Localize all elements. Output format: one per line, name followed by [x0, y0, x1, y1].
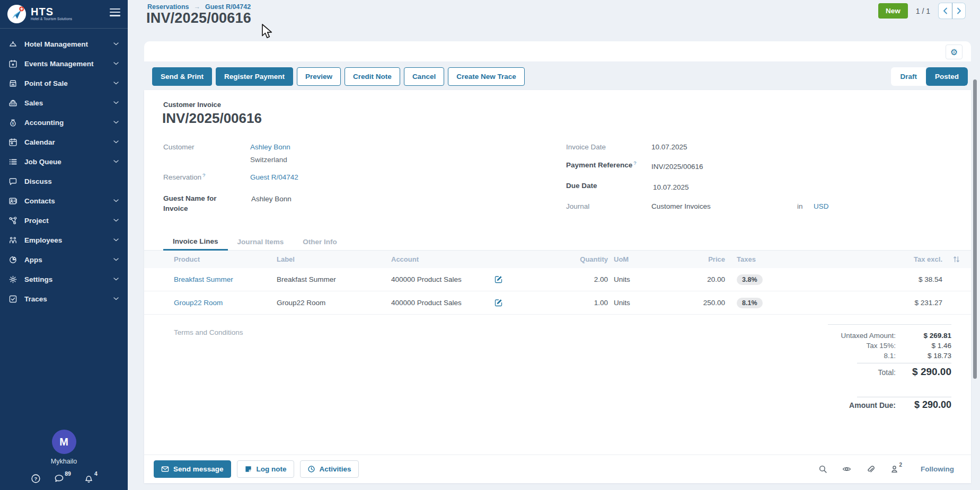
following-toggle[interactable]: Following: [921, 465, 954, 473]
sidebar-item-traces[interactable]: Traces: [0, 289, 128, 309]
chevron-down-icon: [113, 140, 119, 144]
guest-name-value[interactable]: Ashley Bonn: [251, 195, 292, 203]
edit-account-icon[interactable]: [494, 275, 503, 284]
col-quantity[interactable]: Quantity: [515, 255, 608, 263]
due-date-label: Due Date: [566, 182, 597, 190]
payment-reference-value[interactable]: INV/2025/00616: [651, 163, 703, 171]
product-link[interactable]: Breakfast Summer: [174, 275, 277, 283]
messages-icon[interactable]: 89: [54, 474, 70, 484]
chevron-down-icon: [113, 258, 119, 262]
pager-prev-button[interactable]: [938, 3, 952, 19]
price-cell[interactable]: 20.00: [664, 275, 725, 283]
pager-count: 1 / 1: [916, 7, 930, 15]
product-link[interactable]: Group22 Room: [174, 299, 277, 307]
cancel-button[interactable]: Cancel: [404, 67, 444, 86]
sidebar-item-settings[interactable]: Settings: [0, 270, 128, 289]
status-draft[interactable]: Draft: [891, 67, 926, 86]
send-message-button[interactable]: Send message: [154, 460, 231, 478]
chevron-down-icon: [113, 101, 119, 105]
col-tax-excl[interactable]: Tax excl.: [811, 255, 942, 263]
label-cell[interactable]: Breakfast Summer: [277, 275, 391, 283]
followers-icon[interactable]: 2: [890, 465, 902, 474]
status-posted[interactable]: Posted: [926, 67, 968, 86]
edit-account-icon[interactable]: [494, 298, 503, 307]
search-icon[interactable]: [818, 465, 827, 474]
terms-and-conditions-placeholder[interactable]: Terms and Conditions: [174, 328, 243, 336]
col-product[interactable]: Product: [174, 255, 277, 263]
control-strip: ⚙: [144, 41, 971, 61]
user-panel: M Mykhailo ? 89 4: [0, 430, 128, 490]
currency-link[interactable]: USD: [814, 202, 829, 210]
preview-button[interactable]: Preview: [297, 67, 341, 86]
total-row: Total:$ 290.00: [828, 366, 951, 378]
mouse-cursor: [261, 23, 275, 42]
create-new-trace-button[interactable]: Create New Trace: [448, 67, 525, 86]
price-cell[interactable]: 250.00: [664, 299, 725, 307]
sidebar-item-label: Settings: [24, 275, 52, 283]
uom-cell[interactable]: Units: [614, 275, 664, 283]
tab-invoice-lines[interactable]: Invoice Lines: [163, 233, 228, 251]
breadcrumb-reservations-link[interactable]: Reservations: [147, 3, 189, 11]
sidebar-item-contacts[interactable]: Contacts: [0, 191, 128, 211]
notifications-bell-icon[interactable]: 4: [84, 474, 97, 484]
sidebar-item-project[interactable]: Project: [0, 211, 128, 230]
log-note-button[interactable]: Log note: [237, 460, 294, 478]
journal-value[interactable]: Customer Invoices: [651, 202, 711, 210]
col-label[interactable]: Label: [277, 255, 391, 263]
paperclip-icon[interactable]: [866, 465, 875, 474]
optional-columns-icon[interactable]: [952, 255, 960, 263]
pager-next-button[interactable]: [952, 3, 966, 19]
col-taxes[interactable]: Taxes: [737, 255, 811, 263]
new-button[interactable]: New: [878, 3, 908, 19]
sidebar-item-calendar[interactable]: Calendar: [0, 132, 128, 152]
sidebar-item-accounting[interactable]: $ Accounting: [0, 113, 128, 132]
brand-tagline: Hotel & Tourism Solutions: [31, 17, 72, 21]
breadcrumb-guest-link[interactable]: Guest R/04742: [205, 3, 251, 11]
register-payment-button[interactable]: Register Payment: [216, 67, 293, 86]
chevron-left-icon: [943, 7, 948, 14]
activities-button[interactable]: Activities: [300, 460, 359, 478]
col-uom[interactable]: UoM: [614, 255, 664, 263]
customer-value-link[interactable]: Ashley Bonn: [250, 143, 290, 151]
note-icon: [244, 465, 252, 473]
tab-journal-items[interactable]: Journal Items: [228, 233, 294, 251]
invoice-date-value[interactable]: 10.07.2025: [651, 143, 687, 151]
send-print-button[interactable]: Send & Print: [152, 67, 212, 86]
vertical-scrollbar[interactable]: [973, 79, 977, 379]
tab-other-info[interactable]: Other Info: [293, 233, 347, 251]
sidebar-item-discuss[interactable]: Discuss: [0, 172, 128, 191]
eye-icon[interactable]: [842, 465, 851, 474]
sidebar-item-events-management[interactable]: Events Management: [0, 54, 128, 74]
sidebar-item-point-of-sale[interactable]: Point of Sale: [0, 74, 128, 93]
menu-toggle-icon[interactable]: [110, 8, 120, 16]
sidebar-item-sales[interactable]: Sales: [0, 93, 128, 113]
sidebar-item-hotel-management[interactable]: Hotel Management: [0, 34, 128, 54]
help-icon[interactable]: ?: [31, 474, 41, 484]
tax-pill[interactable]: 8.1%: [737, 298, 763, 308]
invoice-date-label: Invoice Date: [566, 143, 606, 151]
avatar[interactable]: M: [52, 430, 76, 454]
credit-note-button[interactable]: Credit Note: [345, 67, 400, 86]
sidebar-item-job-queue[interactable]: Job Queue: [0, 152, 128, 172]
customer-label: Customer: [163, 143, 195, 151]
uom-cell[interactable]: Units: [614, 299, 664, 307]
subtotal-cell: $ 231.27: [811, 299, 942, 307]
sidebar-item-label: Apps: [24, 256, 42, 264]
tax-pill[interactable]: 3.8%: [737, 274, 763, 285]
quantity-cell[interactable]: 2.00: [515, 275, 608, 283]
calendar-icon: [8, 138, 17, 147]
label-cell[interactable]: Group22 Room: [277, 299, 391, 307]
col-price[interactable]: Price: [664, 255, 725, 263]
settings-gear-button[interactable]: ⚙: [946, 44, 963, 59]
brand-text: HTS Hotel & Tourism Solutions: [31, 7, 72, 21]
due-date-value[interactable]: 10.07.2025: [653, 183, 689, 191]
col-account[interactable]: Account: [391, 255, 494, 263]
account-cell[interactable]: 400000 Product Sales: [391, 275, 494, 283]
hts-logo-icon: [7, 4, 27, 24]
account-cell[interactable]: 400000 Product Sales: [391, 299, 494, 307]
cash-register-icon: [8, 99, 17, 108]
sidebar-item-employees[interactable]: Employees: [0, 230, 128, 250]
reservation-value-link[interactable]: Guest R/04742: [250, 173, 298, 181]
quantity-cell[interactable]: 1.00: [515, 299, 608, 307]
sidebar-item-apps[interactable]: Apps: [0, 250, 128, 270]
